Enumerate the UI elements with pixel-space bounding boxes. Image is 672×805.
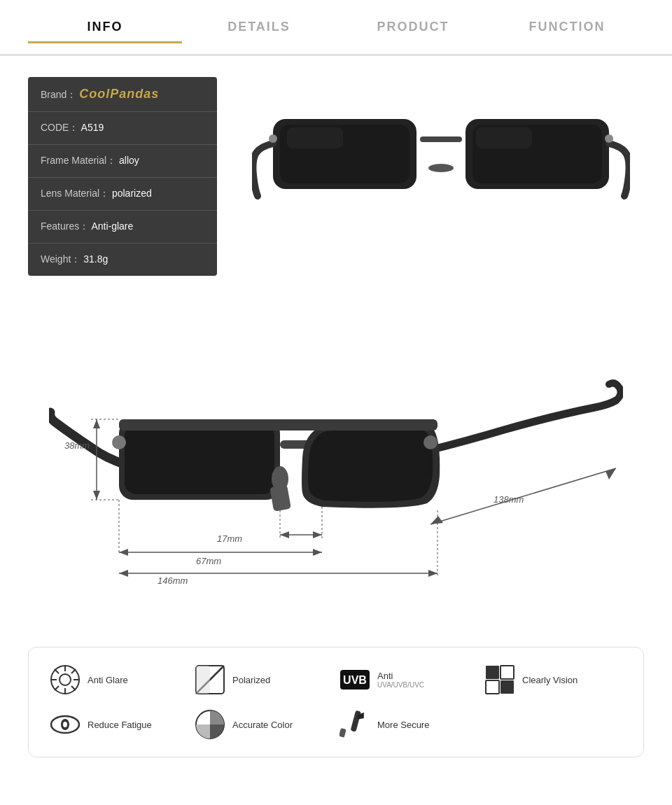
svg-line-47 (71, 669, 76, 673)
info-section: Brand： CoolPandas CODE： A519 Frame Mater… (0, 56, 672, 297)
dim-arm-length: 138mm (493, 494, 524, 505)
dim-bridge: 17mm (217, 533, 242, 544)
spec-weight: Weight： 31.8g (28, 244, 217, 276)
feature-fatigue: Reduce Fatigue (50, 709, 188, 740)
svg-point-16 (424, 435, 438, 449)
nav-product[interactable]: PRODUCT (336, 13, 490, 41)
spec-frame: Frame Material： alloy (28, 145, 217, 178)
svg-rect-11 (125, 425, 274, 494)
svg-marker-33 (119, 570, 128, 577)
svg-line-45 (55, 669, 59, 673)
svg-text:UVB: UVB (343, 674, 367, 686)
dim-height: 38mm (64, 440, 90, 451)
svg-marker-24 (280, 531, 289, 538)
svg-rect-51 (196, 666, 210, 694)
anti-glare-icon (50, 664, 80, 695)
svg-point-60 (63, 722, 67, 727)
svg-rect-54 (486, 666, 499, 679)
nav-info[interactable]: INFO (28, 13, 182, 43)
svg-marker-29 (119, 549, 128, 556)
dim-total-width: 146mm (158, 575, 188, 586)
svg-point-6 (269, 134, 277, 143)
svg-rect-9 (476, 127, 532, 148)
spec-lens: Lens Material： polarized (28, 178, 217, 211)
uvb-icon: UVB (340, 664, 370, 695)
feature-vision: Clearly Vision (484, 664, 622, 695)
svg-rect-63 (340, 728, 346, 738)
nav-details[interactable]: DETAILS (182, 13, 336, 41)
feature-secure: More Secure (340, 709, 477, 740)
product-image-area (238, 77, 644, 238)
features-box: Anti Glare Polarized UVB Anti UVA/UVB/UV… (28, 647, 644, 757)
secure-icon (340, 709, 370, 740)
svg-marker-25 (313, 531, 322, 538)
svg-point-7 (605, 134, 613, 143)
svg-rect-57 (500, 680, 514, 694)
color-icon (195, 709, 225, 740)
glasses-top-image (252, 77, 630, 238)
svg-marker-37 (430, 516, 443, 524)
svg-marker-19 (93, 419, 100, 428)
uvb-label: Anti (377, 671, 424, 681)
polarized-icon (195, 664, 225, 695)
svg-rect-0 (420, 136, 462, 142)
svg-marker-34 (428, 570, 438, 577)
svg-rect-62 (351, 710, 361, 732)
specs-table: Brand： CoolPandas CODE： A519 Frame Mater… (28, 77, 217, 276)
feature-uvb: UVB Anti UVA/UVB/UVC (340, 664, 477, 695)
spec-brand: Brand： CoolPandas (28, 77, 217, 112)
feature-color: Accurate Color (195, 709, 332, 740)
svg-point-15 (112, 435, 126, 449)
svg-rect-56 (486, 680, 499, 694)
svg-point-40 (59, 674, 71, 685)
svg-line-46 (71, 686, 76, 690)
svg-marker-20 (93, 491, 100, 500)
dim-lens-width: 67mm (196, 556, 221, 566)
vision-icon (484, 664, 515, 695)
dimensions-section: 38mm 17mm 67mm 146mm 138mm (0, 297, 672, 633)
spec-code: CODE： A519 (28, 112, 217, 145)
svg-marker-38 (606, 468, 616, 479)
spec-features: Features： Anti-glare (28, 211, 217, 244)
svg-rect-17 (270, 484, 291, 512)
nav-function[interactable]: FUNCTION (490, 13, 644, 41)
svg-rect-55 (500, 666, 514, 679)
svg-marker-30 (313, 549, 322, 556)
dimensions-diagram: 38mm 17mm 67mm 146mm 138mm (49, 311, 623, 605)
svg-line-48 (55, 686, 59, 690)
svg-rect-8 (287, 127, 343, 148)
feature-anti-glare: Anti Glare (50, 664, 188, 695)
svg-rect-14 (119, 419, 438, 430)
fatigue-icon (50, 709, 80, 740)
svg-point-5 (428, 164, 454, 172)
nav-bar: INFO DETAILS PRODUCT FUNCTION (0, 0, 672, 56)
feature-polarized: Polarized (195, 664, 332, 695)
